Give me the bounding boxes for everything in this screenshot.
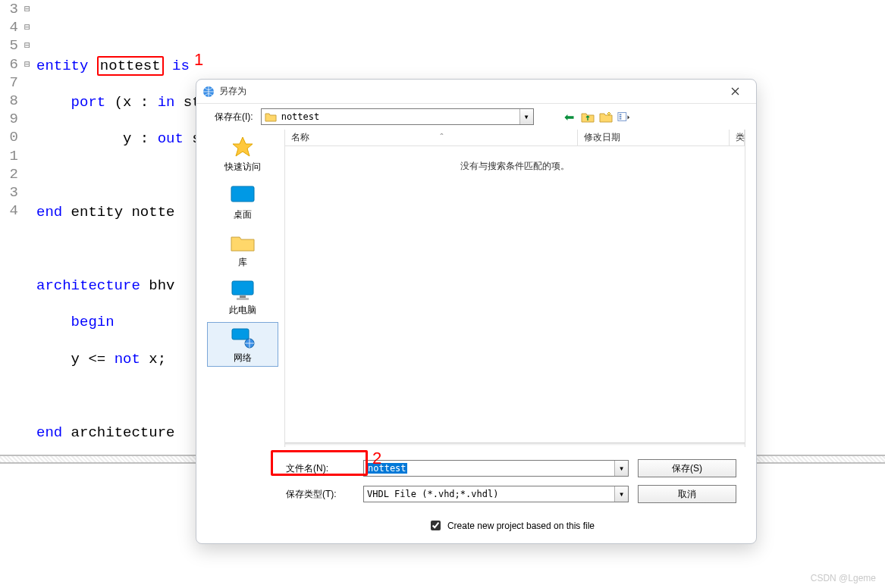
annotation-1: 1	[194, 50, 203, 69]
lineno: 6	[0, 55, 18, 74]
chevron-down-icon[interactable]: ▾	[614, 486, 628, 502]
place-libraries[interactable]: 库	[207, 227, 278, 271]
new-folder-icon[interactable]	[599, 110, 613, 124]
fold-mark[interactable]: ⊟	[21, 0, 33, 18]
lineno: 3	[0, 0, 18, 18]
kw-end: end	[36, 204, 62, 220]
create-project-checkbox[interactable]	[431, 521, 441, 530]
kw-not: not	[115, 351, 140, 368]
svg-rect-4	[619, 118, 621, 120]
fold-mark[interactable]: ⊟	[21, 36, 33, 55]
col-type[interactable]: 类	[730, 130, 745, 145]
dialog-body: 快速访问 桌面 库 此电脑	[196, 130, 756, 447]
kw-end: end	[36, 424, 62, 441]
lineno: 8	[0, 92, 18, 110]
place-network[interactable]: 网络	[207, 322, 278, 367]
kw-port: port	[71, 94, 106, 111]
cancel-button[interactable]: 取消	[638, 485, 736, 503]
place-quick-access[interactable]: 快速访问	[207, 131, 278, 176]
dialog-titlebar[interactable]: 另存为	[196, 80, 756, 104]
lineno: 4	[0, 18, 18, 36]
filetype-combo[interactable]: VHDL File (*.vhd;*.vhdl) ▾	[363, 486, 629, 502]
back-icon[interactable]: ⬅	[563, 110, 576, 124]
filetype-value: VHDL File (*.vhd;*.vhdl)	[364, 489, 614, 499]
sort-icon: ˆ	[312, 133, 571, 143]
watermark: CSDN @Lgeme	[811, 573, 876, 583]
save-as-dialog: 另存为 保存在(I): nottest ▾ ⬅	[196, 79, 757, 544]
save-in-value: nottest	[280, 111, 519, 122]
lineno: 9	[0, 110, 18, 128]
place-label: 库	[238, 256, 247, 269]
network-icon	[229, 326, 256, 350]
place-label: 此电脑	[229, 304, 256, 317]
chevron-down-icon[interactable]: ▾	[614, 461, 628, 476]
filename-value: nottest	[364, 463, 614, 474]
lineno: 2	[0, 165, 18, 183]
star-icon	[229, 135, 256, 159]
filename-label: 文件名(N):	[286, 462, 354, 475]
code-text: y :	[123, 130, 158, 147]
lineno: 0	[0, 128, 18, 146]
kw-in: in	[158, 94, 175, 111]
place-this-pc[interactable]: 此电脑	[207, 274, 278, 319]
place-label: 桌面	[234, 208, 252, 221]
globe-icon	[202, 86, 215, 98]
entity-name-highlight: nottest	[97, 56, 164, 76]
view-menu-icon[interactable]	[617, 110, 631, 124]
close-icon	[731, 87, 739, 95]
kw-out: out	[158, 130, 184, 147]
bottom-controls: 文件名(N): nottest ▾ 保存(S) 保存类型(T): VHDL Fi…	[196, 447, 756, 543]
lineno: 1	[0, 147, 18, 165]
code-text: bhv	[140, 277, 175, 294]
kw-is: is	[172, 58, 190, 74]
file-list[interactable]: 名称 ˆ 修改日期 类 没有与搜索条件匹配的项。	[284, 130, 745, 447]
save-in-row: 保存在(I): nottest ▾ ⬅	[196, 104, 756, 130]
monitor-icon	[229, 278, 256, 302]
empty-message: 没有与搜索条件匹配的项。	[285, 146, 745, 173]
code-text: (x :	[115, 94, 158, 111]
fold-mark[interactable]: ⊟	[21, 18, 33, 36]
folder-icon	[265, 111, 277, 122]
svg-rect-9	[237, 298, 249, 300]
filetype-label: 保存类型(T):	[286, 488, 354, 501]
kw-entity: entity	[36, 58, 88, 74]
fold-mark[interactable]: ⊟	[21, 55, 33, 74]
code-text: entity notte	[62, 204, 174, 220]
folder-icon	[229, 230, 256, 255]
places-bar: 快速访问 桌面 库 此电脑	[207, 130, 278, 447]
dialog-title: 另存为	[219, 85, 720, 98]
place-desktop[interactable]: 桌面	[207, 179, 278, 224]
annotation-2: 2	[372, 449, 381, 468]
kw-begin: begin	[71, 314, 115, 330]
svg-rect-8	[240, 296, 246, 298]
place-label: 快速访问	[224, 161, 261, 174]
up-folder-icon[interactable]	[581, 110, 595, 124]
lineno: 4	[0, 202, 18, 220]
svg-rect-1	[618, 113, 626, 121]
lineno: 7	[0, 74, 18, 92]
line-number-gutter: 3 4 5 6 7 8 9 0 1 2 3 4	[0, 0, 21, 455]
save-in-combo[interactable]: nottest ▾	[261, 108, 534, 125]
create-project-row[interactable]: Create new project based on this file	[286, 511, 736, 533]
col-date[interactable]: 修改日期	[578, 130, 730, 145]
lineno: 5	[0, 36, 18, 55]
svg-rect-7	[232, 281, 253, 295]
create-project-label: Create new project based on this file	[447, 521, 595, 531]
close-button[interactable]	[720, 81, 750, 102]
place-label: 网络	[234, 352, 252, 364]
list-header[interactable]: 名称 ˆ 修改日期 类	[285, 130, 745, 146]
code-text: x;	[140, 351, 166, 368]
fold-gutter: ⊟ ⊟ ⊟ ⊟	[21, 0, 33, 455]
col-name[interactable]: 名称 ˆ	[285, 130, 578, 145]
svg-rect-10	[232, 329, 249, 339]
filename-combo[interactable]: nottest ▾	[363, 460, 629, 477]
svg-rect-2	[619, 114, 621, 115]
save-button[interactable]: 保存(S)	[638, 459, 736, 477]
desktop-icon	[229, 183, 256, 207]
kw-architecture: architecture	[36, 277, 140, 294]
lineno: 3	[0, 183, 18, 202]
code-text: y <=	[71, 351, 115, 368]
chevron-down-icon[interactable]: ▾	[519, 109, 533, 124]
code-text: architecture	[62, 424, 174, 441]
toolbar-icons: ⬅	[563, 110, 631, 124]
